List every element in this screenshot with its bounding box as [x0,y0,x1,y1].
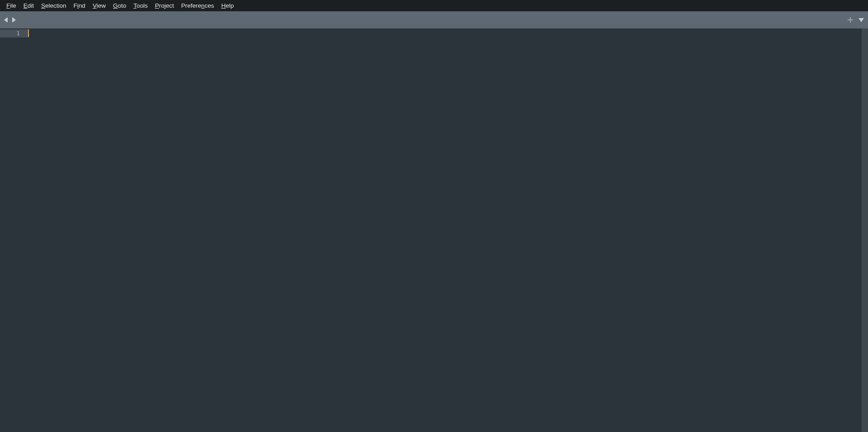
menubar: File Edit Selection Find View Goto Tools… [0,0,868,11]
app-window: File Edit Selection Find View Goto Tools… [0,0,868,432]
minimap[interactable] [862,28,868,432]
svg-rect-3 [848,19,853,20]
triangle-right-icon [11,17,16,23]
tabbar-actions [847,17,864,23]
svg-marker-0 [4,17,8,23]
text-caret [28,29,29,37]
triangle-down-icon [858,17,864,23]
menu-selection[interactable]: Selection [38,1,70,10]
menu-find[interactable]: Find [70,1,89,10]
menu-preferences[interactable]: Preferences [178,1,218,10]
tab-list-button[interactable] [858,17,864,23]
menu-tools[interactable]: Tools [130,1,151,10]
svg-marker-4 [859,18,864,22]
line-number: 1 [0,29,28,38]
triangle-left-icon [4,17,9,23]
plus-icon [847,17,854,23]
menu-edit[interactable]: Edit [20,1,38,10]
nav-forward-button[interactable] [11,17,16,23]
tabbar [0,11,868,28]
menu-file[interactable]: File [3,1,20,10]
menu-project[interactable]: Project [151,1,178,10]
nav-back-button[interactable] [4,17,9,23]
editor-area: 1 [0,28,868,432]
gutter: 1 [0,28,28,432]
svg-marker-1 [12,17,16,23]
menu-goto[interactable]: Goto [109,1,130,10]
tabbar-nav [4,17,16,23]
menu-help[interactable]: Help [218,1,238,10]
menu-view[interactable]: View [89,1,109,10]
text-editor[interactable] [28,28,862,432]
new-tab-button[interactable] [847,17,854,23]
